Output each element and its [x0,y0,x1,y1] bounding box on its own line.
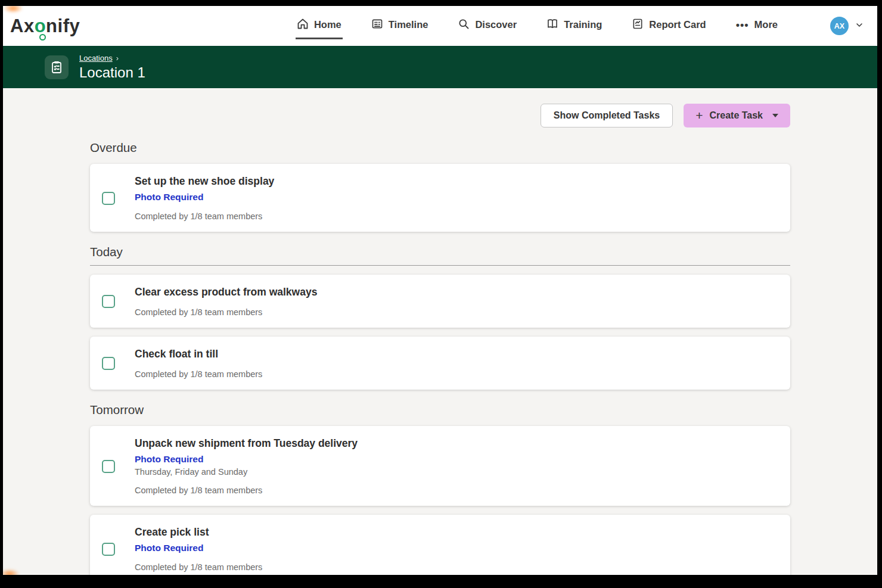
header-text: Locations› Location 1 [79,54,145,81]
task-title: Create pick list [135,526,776,539]
section-header-overdue: Overdue [90,141,790,155]
task-completion-meta: Completed by 1/8 team members [135,211,776,221]
nav-item-training[interactable]: Training [545,13,603,39]
task-checkbox[interactable] [102,295,115,308]
chevron-down-icon[interactable] [855,20,864,32]
nav-item-label: More [754,19,778,30]
task-card[interactable]: Check float in till Completed by 1/8 tea… [90,337,790,390]
task-schedule: Thursday, Friday and Sunday [135,467,776,477]
task-card[interactable]: Set up the new shoe display Photo Requir… [90,164,790,232]
task-body: Check float in till Completed by 1/8 tea… [135,348,776,379]
section-header-tomorrow: Tomorrow [90,403,790,417]
timeline-icon [371,18,383,32]
task-body: Set up the new shoe display Photo Requir… [135,175,776,221]
app-window: Axonify Home Timeline Discover [3,6,877,575]
create-task-button[interactable]: + Create Task [684,104,790,127]
page-title: Location 1 [79,64,145,81]
section-header-today: Today [90,245,790,266]
logo-text: nify [46,15,80,36]
book-icon [546,18,558,32]
photo-required-badge: Photo Required [135,454,776,465]
top-navbar: Axonify Home Timeline Discover [3,6,877,46]
task-card[interactable]: Unpack new shipment from Tuesday deliver… [90,426,790,506]
task-body: Unpack new shipment from Tuesday deliver… [135,437,776,495]
task-body: Clear excess product from walkways Compl… [135,286,776,317]
task-title: Check float in till [135,348,776,360]
task-title: Unpack new shipment from Tuesday deliver… [135,437,776,450]
tasks-clipboard-icon [45,55,69,79]
task-checkbox[interactable] [102,192,115,205]
nav-item-timeline[interactable]: Timeline [370,13,430,39]
axonify-logo[interactable]: Axonify [10,15,80,37]
caret-down-icon [772,114,778,117]
task-checkbox[interactable] [102,357,115,370]
nav-item-label: Discover [475,19,517,30]
create-task-label: Create Task [709,110,763,121]
toolbar: Show Completed Tasks + Create Task [90,104,790,127]
task-title: Set up the new shoe display [135,175,776,188]
breadcrumb: Locations› [79,54,145,63]
show-completed-tasks-button[interactable]: Show Completed Tasks [541,104,673,127]
task-body: Create pick list Photo Required Complete… [135,526,776,572]
logo-text: Ax [10,15,35,36]
task-completion-meta: Completed by 1/8 team members [135,307,776,317]
logo-o: o [35,15,46,36]
task-checkbox[interactable] [102,543,115,556]
task-completion-meta: Completed by 1/8 team members [135,369,776,379]
ellipsis-icon: ••• [736,22,749,28]
nav-item-label: Report Card [649,19,706,30]
avatar[interactable]: AX [830,17,849,35]
nav-item-more[interactable]: ••• More [735,14,779,38]
breadcrumb-locations-link[interactable]: Locations [79,54,113,63]
content-area: Show Completed Tasks + Create Task Overd… [3,88,877,575]
page-header: Locations› Location 1 [3,46,877,88]
task-completion-meta: Completed by 1/8 team members [135,486,776,495]
report-card-icon [632,18,644,32]
nav-item-label: Training [564,19,602,30]
nav-item-discover[interactable]: Discover [456,13,518,39]
task-card[interactable]: Create pick list Photo Required Complete… [90,515,790,575]
search-icon [458,18,470,32]
profile-menu[interactable]: AX [830,17,864,35]
task-title: Clear excess product from walkways [135,286,776,298]
nav-item-label: Home [314,19,341,30]
home-icon [297,18,309,32]
photo-required-badge: Photo Required [135,192,776,203]
nav-item-label: Timeline [389,19,428,30]
breadcrumb-separator: › [116,54,119,63]
task-completion-meta: Completed by 1/8 team members [135,562,776,572]
task-checkbox[interactable] [102,460,115,473]
nav-items: Home Timeline Discover Training [296,13,864,39]
photo-required-badge: Photo Required [135,543,776,553]
nav-item-home[interactable]: Home [296,13,343,39]
task-card[interactable]: Clear excess product from walkways Compl… [90,275,790,328]
nav-item-report-card[interactable]: Report Card [631,13,707,39]
